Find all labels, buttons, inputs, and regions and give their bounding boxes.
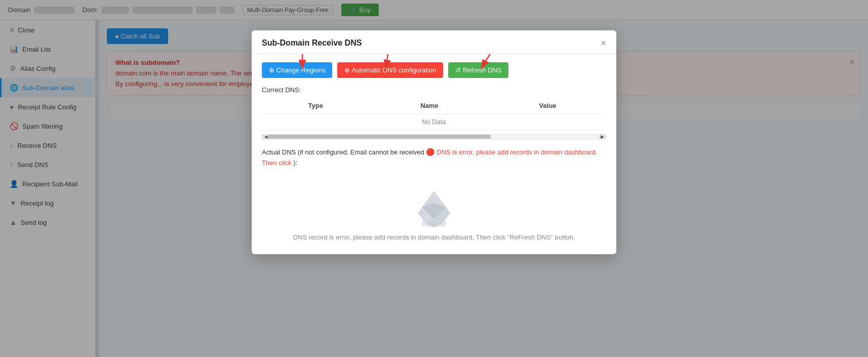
col-type: Type	[262, 98, 370, 114]
modal-header: Sub-Domain Receive DNS ×	[252, 30, 616, 54]
dns-error-icon: 🔴	[426, 148, 435, 156]
change-regions-button[interactable]: ⊕ Change Regions	[262, 62, 332, 78]
no-data-row: No Data	[262, 114, 606, 130]
empty-state: DNS record is error, please add records …	[262, 177, 606, 246]
modal-actions-container: ⊕ Change Regions ⊕ Automatic DNS configu…	[262, 62, 606, 78]
correct-dns-label: Correct DNS:	[262, 86, 606, 94]
svg-rect-8	[422, 220, 446, 226]
dns-modal: Sub-Domain Receive DNS × ⊕ Change Region…	[252, 30, 616, 254]
dns-table: Type Name Value No Data	[262, 98, 606, 130]
auto-dns-button[interactable]: ⊕ Automatic DNS configuration	[337, 62, 443, 78]
modal-overlay: Sub-Domain Receive DNS × ⊕ Change Region…	[0, 0, 868, 357]
actual-dns-label: Actual DNS (if not configured, Email can…	[262, 148, 424, 156]
scrollbar-thumb[interactable]	[267, 135, 491, 139]
empty-state-icon	[409, 187, 459, 227]
scrollbar-right-arrow[interactable]: ▶	[599, 135, 606, 139]
modal-body: ⊕ Change Regions ⊕ Automatic DNS configu…	[252, 54, 616, 254]
actual-dns-section: Actual DNS (if not configured, Email can…	[262, 146, 606, 169]
col-value: Value	[489, 98, 606, 114]
col-name: Name	[370, 98, 490, 114]
horizontal-scrollbar[interactable]: ◀ ▶	[262, 134, 606, 139]
modal-close-button[interactable]: ×	[601, 38, 606, 48]
dns-error-suffix: ):	[293, 159, 297, 167]
modal-btn-row: ⊕ Change Regions ⊕ Automatic DNS configu…	[262, 62, 606, 78]
modal-title: Sub-Domain Receive DNS	[262, 38, 362, 48]
refresh-dns-button[interactable]: ↺ Refresh DNS	[448, 62, 508, 78]
no-data-cell: No Data	[262, 114, 606, 130]
empty-state-text: DNS record is error, please add records …	[293, 233, 575, 241]
